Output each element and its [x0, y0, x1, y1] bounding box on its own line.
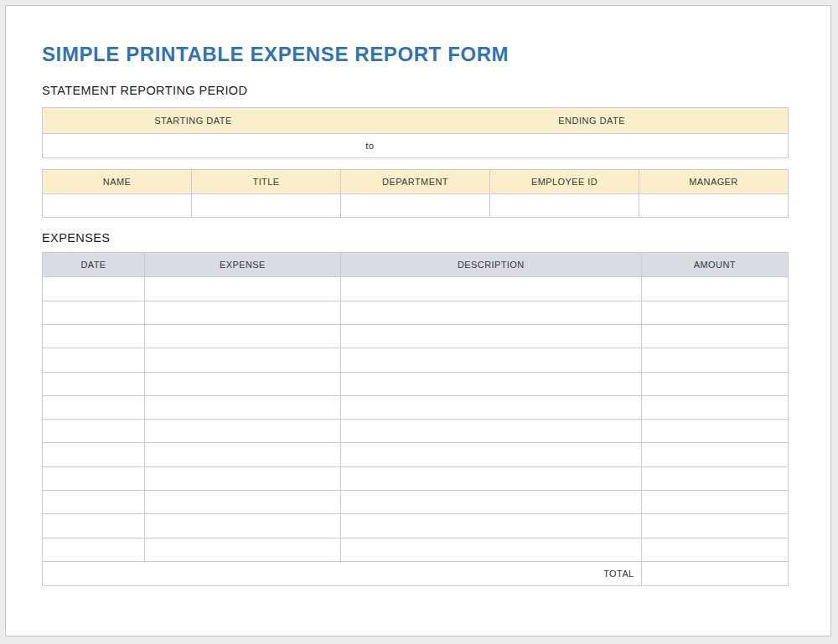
expense-row: [43, 324, 789, 348]
expense-cell[interactable]: [641, 301, 788, 324]
expense-cell[interactable]: [43, 372, 145, 395]
reporting-period-value-row: to: [43, 133, 789, 157]
expense-cell[interactable]: [144, 324, 340, 348]
expense-cell[interactable]: [641, 443, 788, 466]
expense-cell[interactable]: [340, 395, 641, 419]
expense-cell[interactable]: [144, 420, 340, 443]
expense-cell[interactable]: [43, 395, 145, 419]
employee-id-column-header: EMPLOYEE ID: [490, 169, 639, 193]
department-field[interactable]: [341, 193, 490, 217]
expense-row: [43, 538, 789, 561]
expense-cell[interactable]: [340, 491, 641, 514]
reporting-period-header-row: STARTING DATE ENDING DATE: [43, 107, 789, 133]
expense-cell[interactable]: [641, 491, 788, 514]
expense-cell[interactable]: [144, 277, 340, 301]
expense-row: [43, 372, 789, 395]
expense-cell[interactable]: [144, 443, 340, 466]
expense-cell[interactable]: [43, 538, 145, 561]
expense-cell[interactable]: [641, 348, 788, 372]
manager-field[interactable]: [639, 193, 789, 217]
expense-row: [43, 277, 789, 301]
expense-cell[interactable]: [144, 372, 340, 395]
expense-cell[interactable]: [144, 466, 340, 490]
expense-cell[interactable]: [43, 420, 145, 443]
expense-cell[interactable]: [641, 514, 788, 538]
expense-cell[interactable]: [641, 395, 788, 419]
name-column-header: NAME: [43, 169, 192, 193]
expense-row: [43, 443, 789, 466]
expense-row: [43, 514, 789, 538]
ending-date-label: ENDING DATE: [396, 116, 788, 126]
expense-row: [43, 420, 789, 443]
expense-cell[interactable]: [641, 538, 788, 561]
expense-cell[interactable]: [641, 277, 788, 301]
expense-cell[interactable]: [641, 324, 788, 348]
total-amount-field[interactable]: [641, 561, 788, 585]
expense-cell[interactable]: [641, 372, 788, 395]
expenses-table: DATE EXPENSE DESCRIPTION AMOUNT TOTAL: [42, 252, 789, 586]
reporting-period-table: STARTING DATE ENDING DATE to: [42, 107, 789, 158]
expense-row: [43, 395, 789, 419]
expense-row: [43, 466, 789, 490]
expense-cell[interactable]: [340, 277, 641, 301]
page-title: SIMPLE PRINTABLE EXPENSE REPORT FORM: [42, 43, 789, 66]
reporting-period-value-cell: to: [43, 133, 789, 157]
expense-cell[interactable]: [43, 491, 145, 514]
expense-cell[interactable]: [144, 348, 340, 372]
expense-cell[interactable]: [144, 301, 340, 324]
employee-header-row: NAME TITLE DEPARTMENT EMPLOYEE ID MANAGE…: [43, 169, 789, 193]
starting-date-label: STARTING DATE: [43, 116, 344, 126]
expense-cell[interactable]: [340, 324, 641, 348]
reporting-period-header-cell: STARTING DATE ENDING DATE: [43, 107, 789, 133]
date-column-header: DATE: [43, 253, 145, 277]
expense-cell[interactable]: [43, 277, 145, 301]
expense-cell[interactable]: [144, 538, 340, 561]
manager-column-header: MANAGER: [639, 169, 789, 193]
to-separator-label: to: [344, 141, 396, 151]
expense-cell[interactable]: [340, 420, 641, 443]
expense-cell[interactable]: [43, 348, 145, 372]
employee-info-table: NAME TITLE DEPARTMENT EMPLOYEE ID MANAGE…: [42, 169, 789, 218]
expense-cell[interactable]: [144, 395, 340, 419]
employee-id-field[interactable]: [490, 193, 639, 217]
expense-cell[interactable]: [340, 538, 641, 561]
title-field[interactable]: [192, 193, 341, 217]
document-content: SIMPLE PRINTABLE EXPENSE REPORT FORM STA…: [42, 6, 789, 586]
expense-cell[interactable]: [340, 372, 641, 395]
expense-cell[interactable]: [43, 443, 145, 466]
expenses-header-row: DATE EXPENSE DESCRIPTION AMOUNT: [43, 253, 789, 277]
document-page: SIMPLE PRINTABLE EXPENSE REPORT FORM STA…: [5, 5, 831, 636]
expense-cell[interactable]: [43, 324, 145, 348]
employee-value-row: [43, 193, 789, 217]
total-label: TOTAL: [43, 561, 642, 585]
title-column-header: TITLE: [192, 169, 341, 193]
expense-cell[interactable]: [43, 301, 145, 324]
expenses-heading: EXPENSES: [42, 231, 789, 245]
expense-row: [43, 301, 789, 324]
expense-column-header: EXPENSE: [144, 253, 340, 277]
expense-cell[interactable]: [340, 514, 641, 538]
total-row: TOTAL: [43, 561, 789, 585]
expense-cell[interactable]: [144, 491, 340, 514]
expense-cell[interactable]: [340, 466, 641, 490]
expense-cell[interactable]: [641, 466, 788, 490]
amount-column-header: AMOUNT: [641, 253, 788, 277]
expense-cell[interactable]: [340, 301, 641, 324]
name-field[interactable]: [43, 193, 192, 217]
expense-cell[interactable]: [43, 466, 145, 490]
expense-cell[interactable]: [43, 514, 145, 538]
department-column-header: DEPARTMENT: [341, 169, 490, 193]
expense-cell[interactable]: [340, 348, 641, 372]
expense-row: [43, 491, 789, 514]
description-column-header: DESCRIPTION: [340, 253, 641, 277]
expense-cell[interactable]: [144, 514, 340, 538]
expense-cell[interactable]: [641, 420, 788, 443]
expense-row: [43, 348, 789, 372]
expense-cell[interactable]: [340, 443, 641, 466]
reporting-period-heading: STATEMENT REPORTING PERIOD: [42, 84, 789, 98]
